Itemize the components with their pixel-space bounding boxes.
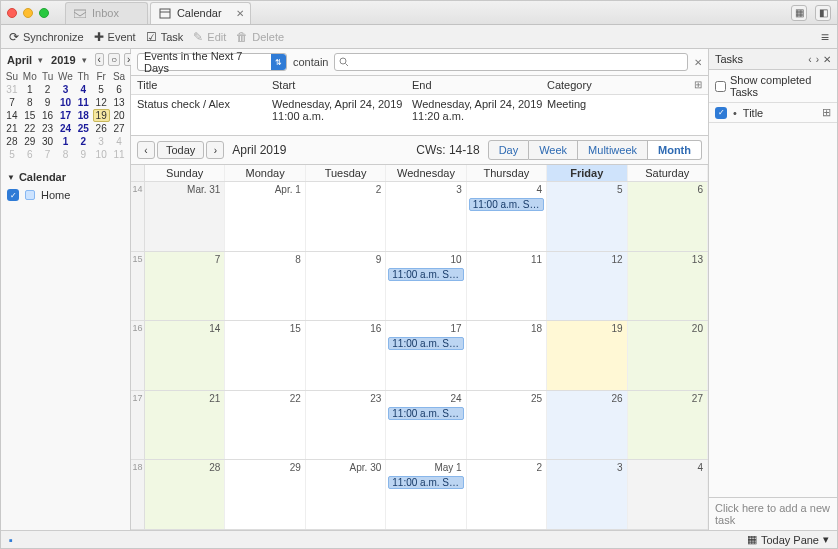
mini-cal-day[interactable]: 10 xyxy=(92,148,110,161)
view-month[interactable]: Month xyxy=(648,140,702,160)
new-task-button[interactable]: ☑ Task xyxy=(146,30,184,44)
view-day[interactable]: Day xyxy=(488,140,530,160)
mini-cal-day[interactable]: 14 xyxy=(3,109,21,122)
mini-cal-day[interactable]: 7 xyxy=(3,96,21,109)
column-picker-icon[interactable]: ⊞ xyxy=(694,79,702,91)
calendar-event[interactable]: 11:00 a.m. Status … xyxy=(469,198,544,211)
prev-button[interactable]: ‹ xyxy=(137,141,155,159)
mini-month-label[interactable]: April xyxy=(7,54,32,66)
mini-cal-day[interactable]: 27 xyxy=(110,122,128,135)
day-cell[interactable]: 23 xyxy=(306,391,386,460)
calendar-event[interactable]: 11:00 a.m. Status … xyxy=(388,476,463,489)
mini-cal-day[interactable]: 5 xyxy=(3,148,21,161)
day-cell[interactable]: 16 xyxy=(306,321,386,390)
close-window-button[interactable] xyxy=(7,8,17,18)
tasks-check-column[interactable]: ✓ xyxy=(715,107,727,119)
tasks-close-icon[interactable]: ✕ xyxy=(823,54,831,65)
mini-prev-button[interactable]: ‹ xyxy=(95,53,104,66)
tasks-bullet-column[interactable]: • xyxy=(733,107,737,119)
view-multiweek[interactable]: Multiweek xyxy=(578,140,648,160)
day-cell[interactable]: 2 xyxy=(306,182,386,251)
day-cell[interactable]: May 111:00 a.m. Status … xyxy=(386,460,466,529)
day-cell[interactable]: Mar. 31 xyxy=(145,182,225,251)
mini-cal-day[interactable]: 7 xyxy=(39,148,57,161)
day-cell[interactable]: 411:00 a.m. Status … xyxy=(467,182,547,251)
mini-cal-day[interactable]: 17 xyxy=(57,109,75,122)
mini-cal-day[interactable]: 21 xyxy=(3,122,21,135)
mini-cal-day[interactable]: 18 xyxy=(74,109,92,122)
calendar-event[interactable]: 11:00 a.m. Status … xyxy=(388,407,463,420)
calendar-event[interactable]: 11:00 a.m. Status … xyxy=(388,337,463,350)
day-cell[interactable]: 21 xyxy=(145,391,225,460)
mini-cal-day[interactable]: 10 xyxy=(57,96,75,109)
event-list-row[interactable]: Status check / Alex Wednesday, April 24,… xyxy=(131,95,708,125)
calendar-checkbox[interactable]: ✓ xyxy=(7,189,19,201)
day-cell[interactable]: 4 xyxy=(628,460,708,529)
col-end[interactable]: End xyxy=(412,79,547,91)
day-cell[interactable]: 3 xyxy=(386,182,466,251)
show-completed-checkbox[interactable] xyxy=(715,81,726,92)
tab-close-icon[interactable]: ✕ xyxy=(236,8,244,19)
mini-cal-day[interactable]: 8 xyxy=(57,148,75,161)
chevron-down-icon[interactable]: ▾ xyxy=(38,55,43,65)
mini-cal-day[interactable]: 22 xyxy=(21,122,39,135)
tab-calendar[interactable]: Calendar ✕ xyxy=(150,2,251,24)
mini-cal-day[interactable]: 9 xyxy=(74,148,92,161)
mini-cal-day[interactable]: 24 xyxy=(57,122,75,135)
mini-today-button[interactable]: ○ xyxy=(108,53,120,66)
day-cell[interactable]: 18 xyxy=(467,321,547,390)
tasks-next-icon[interactable]: › xyxy=(816,54,819,65)
day-cell[interactable]: 6 xyxy=(628,182,708,251)
clear-filter-icon[interactable]: ✕ xyxy=(694,57,702,68)
minimize-window-button[interactable] xyxy=(23,8,33,18)
menu-icon[interactable]: ≡ xyxy=(821,29,829,45)
mini-cal-day[interactable]: 23 xyxy=(39,122,57,135)
scope-dropdown[interactable]: Events in the Next 7 Days ⇅ xyxy=(137,53,287,71)
mini-cal-day[interactable]: 16 xyxy=(39,109,57,122)
mini-cal-day[interactable]: 20 xyxy=(110,109,128,122)
mini-cal-day[interactable]: 1 xyxy=(57,135,75,148)
day-cell[interactable]: 25 xyxy=(467,391,547,460)
today-button[interactable]: Today xyxy=(157,141,204,159)
mini-cal-day[interactable]: 30 xyxy=(39,135,57,148)
day-cell[interactable]: 11 xyxy=(467,252,547,321)
day-cell[interactable]: Apr. 30 xyxy=(306,460,386,529)
mini-cal-day[interactable]: 25 xyxy=(74,122,92,135)
col-title[interactable]: Title xyxy=(137,79,272,91)
day-cell[interactable]: 9 xyxy=(306,252,386,321)
mini-year-label[interactable]: 2019 xyxy=(51,54,75,66)
col-start[interactable]: Start xyxy=(272,79,412,91)
mini-cal-day[interactable]: 26 xyxy=(92,122,110,135)
mini-cal-day[interactable]: 3 xyxy=(57,83,75,96)
day-cell[interactable]: 2 xyxy=(467,460,547,529)
operator-label[interactable]: contain xyxy=(293,56,328,68)
panel-icon[interactable]: ◧ xyxy=(815,5,831,21)
calendar-section-header[interactable]: ▼ Calendar xyxy=(1,167,130,187)
mini-cal-day[interactable]: 4 xyxy=(74,83,92,96)
day-cell[interactable]: 28 xyxy=(145,460,225,529)
tasks-prev-icon[interactable]: ‹ xyxy=(808,54,811,65)
day-cell[interactable]: 13 xyxy=(628,252,708,321)
mini-cal-day[interactable]: 13 xyxy=(110,96,128,109)
day-cell[interactable]: 3 xyxy=(547,460,627,529)
mini-cal-day[interactable]: 28 xyxy=(3,135,21,148)
day-cell[interactable]: 26 xyxy=(547,391,627,460)
new-task-field[interactable]: Click here to add a new task xyxy=(709,497,837,530)
mini-cal-day[interactable]: 2 xyxy=(74,135,92,148)
day-cell[interactable]: 19 xyxy=(547,321,627,390)
mini-cal-day[interactable]: 29 xyxy=(21,135,39,148)
mini-calendar[interactable]: SuMoTuWeThFrSa31123456789101112131415161… xyxy=(1,70,130,161)
day-cell[interactable]: 1711:00 a.m. Status … xyxy=(386,321,466,390)
day-cell[interactable]: 14 xyxy=(145,321,225,390)
day-cell[interactable]: 27 xyxy=(628,391,708,460)
calendar-list-item[interactable]: ✓ Home xyxy=(1,187,130,203)
day-cell[interactable]: 8 xyxy=(225,252,305,321)
mini-cal-day[interactable]: 1 xyxy=(21,83,39,96)
mini-cal-day[interactable]: 11 xyxy=(74,96,92,109)
day-cell[interactable]: 12 xyxy=(547,252,627,321)
mini-cal-day[interactable]: 2 xyxy=(39,83,57,96)
mini-cal-day[interactable]: 6 xyxy=(110,83,128,96)
day-cell[interactable]: Apr. 1 xyxy=(225,182,305,251)
mini-cal-day[interactable]: 31 xyxy=(3,83,21,96)
delete-button[interactable]: 🗑 Delete xyxy=(236,30,284,44)
